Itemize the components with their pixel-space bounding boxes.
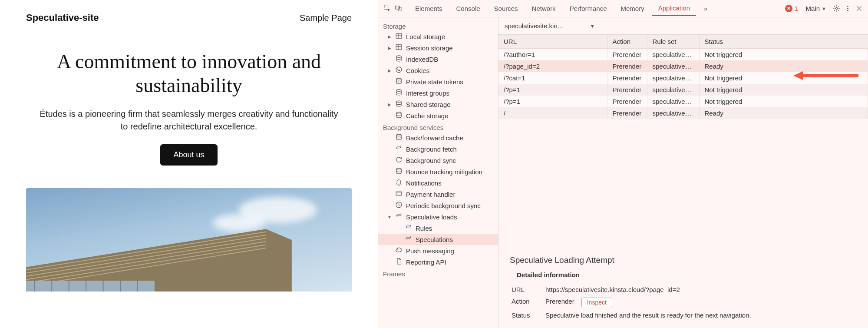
arrows-icon	[395, 212, 403, 221]
detail-section-heading: Detailed information	[517, 271, 857, 278]
db-icon	[395, 100, 403, 109]
disclosure-triangle-icon[interactable]: ▶	[387, 102, 392, 107]
detail-url-label: URL	[512, 286, 538, 293]
sidebar-item-label: Cache storage	[406, 112, 449, 119]
table-row[interactable]: /?p=1Prerenderspeculativesite…Not trigge…	[498, 96, 868, 107]
svg-rect-22	[396, 33, 402, 38]
disclosure-triangle-icon[interactable]: ▶	[387, 34, 392, 39]
cell-ruleset: speculativesite…	[647, 107, 699, 119]
db-icon	[395, 111, 403, 120]
detail-url-value: https://speculativesite.kinsta.cloud/?pa…	[545, 286, 680, 293]
cell-ruleset: speculativesite…	[647, 72, 699, 84]
sidebar-item-label: Session storage	[406, 44, 453, 52]
sidebar-item-label: Speculative loads	[406, 213, 457, 221]
error-count-badge[interactable]: ✕ 1	[782, 5, 800, 12]
cell-ruleset: speculativesite…	[647, 49, 699, 61]
svg-rect-7	[26, 281, 155, 292]
tab-overflow[interactable]: »	[698, 1, 713, 16]
sidebar-item-shared-storage[interactable]: ▶Shared storage	[378, 99, 498, 110]
cell-action: Prerender	[607, 49, 647, 61]
sidebar-item-label: Reporting API	[406, 258, 446, 266]
sidebar-item-push-messaging[interactable]: ▶Push messaging	[378, 245, 498, 256]
sidebar-item-label: Private state tokens	[406, 78, 463, 86]
column-header-action[interactable]: Action	[607, 35, 647, 49]
clock-icon	[395, 201, 403, 210]
sidebar-item-background-fetch[interactable]: ▶Background fetch	[378, 143, 498, 155]
detail-title: Speculative Loading Attempt	[510, 255, 857, 265]
sidebar-item-label: Cookies	[406, 67, 429, 74]
nav-link-sample-page[interactable]: Sample Page	[300, 13, 352, 23]
tab-console[interactable]: Console	[450, 1, 486, 16]
table-row[interactable]: /?author=1Prerenderspeculativesite…Not t…	[498, 49, 868, 61]
arrows-icon	[405, 235, 412, 244]
sidebar-item-periodic-background-sync[interactable]: ▶Periodic background sync	[378, 200, 498, 211]
sidebar-item-label: Background sync	[406, 157, 456, 164]
detail-action-label: Action	[512, 298, 538, 307]
svg-point-29	[396, 67, 402, 73]
sidebar-item-bounce-tracking-mitigation[interactable]: ▶Bounce tracking mitigation	[378, 166, 498, 177]
arrows-icon	[395, 145, 403, 153]
table-row[interactable]: /Prerenderspeculativesite…Ready	[498, 107, 868, 119]
column-header-url[interactable]: URL	[498, 35, 607, 49]
disclosure-triangle-icon[interactable]: ▼	[387, 215, 392, 219]
card-icon	[395, 190, 403, 199]
sidebar-item-speculative-loads[interactable]: ▼Speculative loads	[378, 211, 498, 222]
cell-action: Prerender	[607, 60, 647, 72]
sidebar-item-cookies[interactable]: ▶Cookies	[378, 65, 498, 76]
sidebar-item-back-forward-cache[interactable]: ▶Back/forward cache	[378, 132, 498, 143]
sidebar-item-label: Speculations	[416, 236, 453, 243]
table-row[interactable]: /?p=1Prerenderspeculativesite…Not trigge…	[498, 84, 868, 96]
tab-performance[interactable]: Performance	[564, 1, 613, 16]
ruleset-source-select[interactable]: speculativesite.kin… ▼	[505, 22, 595, 30]
sidebar-item-private-state-tokens[interactable]: ▶Private state tokens	[378, 76, 498, 87]
bell-icon	[395, 179, 403, 187]
svg-point-38	[396, 168, 401, 170]
sidebar-item-indexeddb[interactable]: ▶IndexedDB	[378, 53, 498, 65]
inspect-element-icon[interactable]	[382, 4, 392, 13]
sidebar-item-label: Shared storage	[406, 101, 451, 108]
sidebar-item-label: Notifications	[406, 179, 442, 187]
column-header-ruleset[interactable]: Rule set	[647, 35, 699, 49]
speculation-detail-panel: Speculative Loading Attempt Detailed inf…	[498, 250, 868, 328]
sidebar-item-notifications[interactable]: ▶Notifications	[378, 177, 498, 189]
svg-point-20	[847, 8, 848, 9]
application-sidebar: Storage ▶Local storage▶Session storage▶I…	[378, 17, 498, 328]
cell-status: Ready	[699, 107, 868, 119]
sidebar-item-reporting-api[interactable]: ▶Reporting API	[378, 256, 498, 268]
tab-elements[interactable]: Elements	[409, 1, 449, 16]
sidebar-item-background-sync[interactable]: ▶Background sync	[378, 155, 498, 166]
tab-network[interactable]: Network	[526, 1, 562, 16]
cell-action: Prerender	[607, 107, 647, 119]
tab-memory[interactable]: Memory	[615, 1, 650, 16]
tab-sources[interactable]: Sources	[488, 1, 524, 16]
device-toolbar-icon[interactable]	[393, 4, 403, 13]
svg-point-31	[399, 70, 399, 70]
sidebar-item-session-storage[interactable]: ▶Session storage	[378, 42, 498, 53]
cookie-icon	[395, 66, 403, 75]
target-selector[interactable]: Main ▼	[802, 5, 830, 12]
sidebar-item-interest-groups[interactable]: ▶Interest groups	[378, 87, 498, 99]
sidebar-item-cache-storage[interactable]: ▶Cache storage	[378, 110, 498, 121]
sidebar-item-local-storage[interactable]: ▶Local storage	[378, 31, 498, 42]
chevron-down-icon: ▼	[822, 6, 826, 11]
devtools-panel: Elements Console Sources Network Perform…	[378, 0, 868, 328]
sidebar-item-rules[interactable]: ▶Rules	[378, 222, 498, 234]
column-header-status[interactable]: Status	[699, 35, 868, 49]
db-icon	[395, 77, 403, 86]
cell-url: /?p=1	[498, 84, 607, 96]
settings-icon[interactable]	[832, 4, 841, 13]
disclosure-triangle-icon[interactable]: ▶	[387, 68, 392, 73]
svg-point-32	[398, 70, 398, 71]
cell-url: /?p=1	[498, 96, 607, 107]
more-icon[interactable]	[843, 4, 852, 13]
sidebar-item-label: IndexedDB	[406, 56, 438, 63]
about-us-button[interactable]: About us	[160, 144, 217, 166]
sidebar-item-speculations[interactable]: ▶Speculations	[378, 234, 498, 245]
svg-rect-16	[395, 6, 399, 9]
close-icon[interactable]	[854, 4, 864, 13]
disclosure-triangle-icon[interactable]: ▶	[387, 46, 392, 50]
sidebar-item-payment-handler[interactable]: ▶Payment handler	[378, 189, 498, 200]
inspect-button[interactable]: Inspect	[581, 298, 612, 307]
cell-url: /	[498, 107, 607, 119]
tab-application[interactable]: Application	[652, 1, 696, 16]
